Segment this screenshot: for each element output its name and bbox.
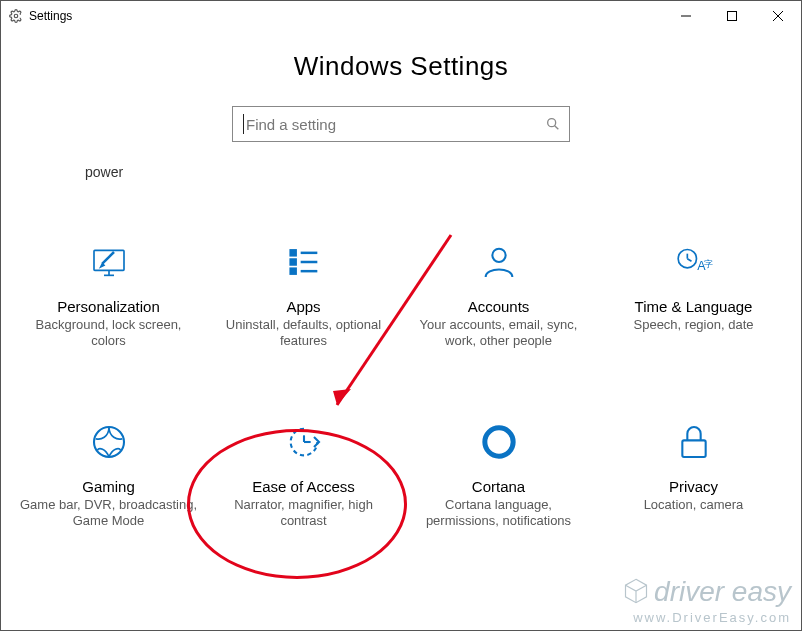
tile-cortana[interactable]: Cortana Cortana language, permissions, n… xyxy=(401,420,596,530)
maximize-button[interactable] xyxy=(709,1,755,31)
page-title: Windows Settings xyxy=(1,51,801,82)
accounts-icon xyxy=(477,240,521,284)
apps-icon xyxy=(282,240,326,284)
svg-rect-26 xyxy=(682,440,705,457)
watermark: driver easy www.DriverEasy.com xyxy=(622,577,791,625)
window-title: Settings xyxy=(29,9,72,23)
svg-point-16 xyxy=(492,249,505,262)
settings-window: Settings Windows Settings power xyxy=(0,0,802,631)
tile-title: Privacy xyxy=(669,478,718,495)
tile-ease-of-access[interactable]: Ease of Access Narrator, magnifier, high… xyxy=(206,420,401,530)
tile-title: Gaming xyxy=(82,478,135,495)
content-area: Windows Settings power Personaliz xyxy=(1,31,801,529)
svg-line-6 xyxy=(555,126,559,130)
tile-apps[interactable]: Apps Uninstall, defaults, optional featu… xyxy=(206,240,401,350)
tile-title: Personalization xyxy=(57,298,160,315)
svg-rect-10 xyxy=(290,250,295,255)
titlebar-left: Settings xyxy=(9,9,72,23)
gaming-icon xyxy=(87,420,131,464)
svg-point-5 xyxy=(548,119,556,127)
svg-rect-2 xyxy=(728,12,737,21)
tile-desc: Background, lock screen, colors xyxy=(19,317,199,350)
tile-desc: Narrator, magnifier, high contrast xyxy=(214,497,394,530)
svg-line-19 xyxy=(687,259,691,262)
svg-text:字: 字 xyxy=(704,259,713,269)
tile-privacy[interactable]: Privacy Location, camera xyxy=(596,420,791,530)
titlebar: Settings xyxy=(1,1,801,31)
tile-desc: Your accounts, email, sync, work, other … xyxy=(409,317,589,350)
tile-title: Accounts xyxy=(468,298,530,315)
svg-rect-11 xyxy=(290,260,295,265)
tile-personalization[interactable]: Personalization Background, lock screen,… xyxy=(11,240,206,350)
watermark-line2: www.DriverEasy.com xyxy=(622,610,791,625)
tile-desc: Speech, region, date xyxy=(634,317,754,333)
cube-icon xyxy=(622,577,650,610)
settings-grid: Personalization Background, lock screen,… xyxy=(1,180,801,529)
window-controls xyxy=(663,1,801,31)
ease-of-access-icon xyxy=(282,420,326,464)
tile-accounts[interactable]: Accounts Your accounts, email, sync, wor… xyxy=(401,240,596,350)
tile-gaming[interactable]: Gaming Game bar, DVR, broadcasting, Game… xyxy=(11,420,206,530)
text-cursor xyxy=(243,114,244,134)
svg-rect-12 xyxy=(290,269,295,274)
tile-desc: Cortana language, permissions, notificat… xyxy=(409,497,589,530)
search-input[interactable] xyxy=(246,116,545,133)
tile-desc: Location, camera xyxy=(644,497,744,513)
tile-title: Apps xyxy=(286,298,320,315)
search-box[interactable] xyxy=(232,106,570,142)
privacy-icon xyxy=(672,420,716,464)
svg-point-0 xyxy=(14,14,18,18)
time-language-icon: A 字 xyxy=(672,240,716,284)
tile-time-language[interactable]: A 字 Time & Language Speech, region, date xyxy=(596,240,791,350)
minimize-button[interactable] xyxy=(663,1,709,31)
hint-text: power xyxy=(85,164,801,180)
personalization-icon xyxy=(87,240,131,284)
close-button[interactable] xyxy=(755,1,801,31)
cortana-icon xyxy=(477,420,521,464)
search-icon[interactable] xyxy=(545,116,561,132)
svg-rect-7 xyxy=(94,250,124,270)
tile-title: Time & Language xyxy=(635,298,753,315)
watermark-line1: driver easy xyxy=(622,577,791,610)
tile-title: Cortana xyxy=(472,478,525,495)
tile-desc: Game bar, DVR, broadcasting, Game Mode xyxy=(19,497,199,530)
svg-point-25 xyxy=(484,427,512,455)
tile-title: Ease of Access xyxy=(252,478,355,495)
settings-gear-icon xyxy=(9,9,23,23)
tile-desc: Uninstall, defaults, optional features xyxy=(214,317,394,350)
